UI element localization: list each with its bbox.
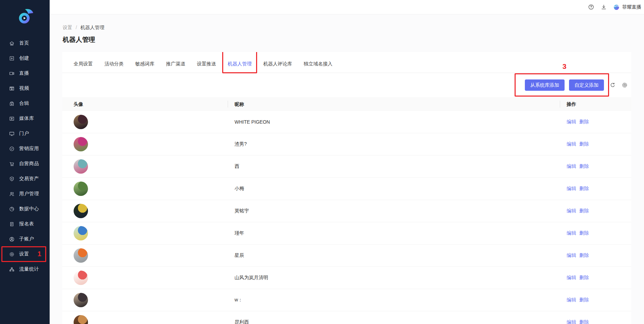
page-title: 机器人管理 [63,35,644,44]
sidebar-item-create[interactable]: 创建 [0,51,50,66]
nickname-cell: 昆利西 [228,319,560,324]
avatar [74,115,88,129]
sidebar-item-user-management[interactable]: 用户管理 [0,186,50,201]
video-icon [9,86,15,91]
annotation-label-1: 1 [37,250,41,258]
sidebar-item-label: 设置 [19,251,29,257]
brand-name: 菲耀直播 [622,4,641,10]
nickname-cell: w： [228,297,560,303]
actions-cell: 编辑删除 [560,163,631,170]
tab-label: 机器人评论库 [263,61,292,66]
sidebar-item-label: 报名表 [19,221,34,227]
edit-link[interactable]: 编辑 [567,163,576,170]
tab-label: 敏感词库 [135,61,154,66]
delete-link[interactable]: 删除 [579,141,589,147]
avatar [74,315,88,324]
sidebar-item-own-products[interactable]: 自营商品 [0,156,50,171]
add-custom-button[interactable]: 自定义添加 [569,79,604,91]
sidebar-item-label: 数据中心 [19,206,39,212]
nickname-cell: 小梅 [228,186,560,192]
delete-link[interactable]: 删除 [579,186,589,192]
tab-activity-category[interactable]: 活动分类 [104,61,124,68]
nickname-cell: 渣男? [228,141,560,147]
delete-link[interactable]: 删除 [579,297,589,303]
sidebar-item-sub-accounts[interactable]: 子账户 [0,232,50,247]
sidebar-item-label: 直播 [19,70,29,76]
edit-link[interactable]: 编辑 [567,186,576,192]
sidebar-item-marketing-apps[interactable]: 营销应用 [0,141,50,156]
sidebar-item-media-library[interactable]: 媒体库 [0,111,50,126]
delete-link[interactable]: 删除 [579,275,589,281]
add-from-system-library-button[interactable]: 从系统库添加 [525,79,565,91]
refresh-icon[interactable] [609,82,616,88]
table-row: 西编辑删除 [62,155,631,178]
sidebar-item-portal[interactable]: 门户 [0,126,50,141]
tab-global-settings[interactable]: 全局设置 [74,61,93,68]
sidebar-item-collection[interactable]: 合辑 [0,96,50,111]
tab-robot-comments[interactable]: 机器人评论库 [263,61,292,68]
sidebar-item-home[interactable]: 首页 [0,36,50,51]
table-row: 山风为岚月清明编辑删除 [62,267,631,289]
users-icon [9,191,15,197]
tab-label: 推广渠道 [166,61,185,66]
actions-cell: 编辑删除 [560,186,631,192]
edit-link[interactable]: 编辑 [567,252,576,259]
sidebar-item-live[interactable]: 直播 [0,66,50,81]
edit-link[interactable]: 编辑 [567,119,576,125]
actions-cell: 编辑删除 [560,275,631,281]
edit-link[interactable]: 编辑 [567,141,576,147]
tab-push-settings[interactable]: 设置推送 [197,61,216,68]
tab-label: 全局设置 [74,61,93,66]
tab-label: 机器人管理 [228,61,252,66]
sidebar-item-video[interactable]: 视频 [0,81,50,96]
media-icon [9,116,15,122]
edit-link[interactable]: 编辑 [567,319,576,324]
table-row: 星辰编辑删除 [62,245,631,267]
sidebar-item-registration-forms[interactable]: 报名表 [0,216,50,232]
delete-link[interactable]: 删除 [579,119,589,125]
breadcrumb: 设置 / 机器人管理 [50,14,644,31]
sidebar-item-trade-assets[interactable]: 交易资产 [0,171,50,186]
avatar-cell [62,159,228,174]
sidebar-item-data-center[interactable]: 数据中心 [0,201,50,216]
edit-link[interactable]: 编辑 [567,275,576,281]
breadcrumb-parent[interactable]: 设置 [63,25,72,30]
sidebar-nav: 首页创建直播视频合辑媒体库门户营销应用自营商品交易资产用户管理数据中心报名表子账… [0,36,50,277]
sidebar-item-settings[interactable]: 设置1 [0,247,50,262]
tab-robot-management[interactable]: 机器人管理2 [228,61,252,68]
nickname-cell: 西 [228,163,560,170]
avatar [74,182,88,196]
edit-link[interactable]: 编辑 [567,230,576,236]
delete-link[interactable]: 删除 [579,163,589,170]
sidebar-item-traffic-stats[interactable]: 流量统计 [0,262,50,277]
edit-link[interactable]: 编辑 [567,208,576,214]
table-body: WHITE PIGEON编辑删除渣男?编辑删除西编辑删除小梅编辑删除莫铭宇编辑删… [62,111,631,324]
tab-sensitive-words[interactable]: 敏感词库 [135,61,154,68]
assets-icon [9,176,15,182]
robots-card: 全局设置活动分类敏感词库推广渠道设置推送机器人管理2机器人评论库独立域名接入 从… [62,52,631,324]
tab-promo-channels[interactable]: 推广渠道 [166,61,185,68]
gear-icon[interactable] [621,82,628,88]
home-icon [9,40,15,46]
avatar [74,159,88,174]
main-content: 设置 / 机器人管理 机器人管理 全局设置活动分类敏感词库推广渠道设置推送机器人… [50,14,644,324]
download-icon[interactable] [601,4,607,10]
table-row: 小梅编辑删除 [62,178,631,200]
table-row: w：编辑删除 [62,289,631,311]
tab-label: 独立域名接入 [304,61,332,66]
avatar-cell [62,137,228,151]
settings-icon [9,251,15,257]
delete-link[interactable]: 删除 [579,252,589,259]
avatar-cell [62,271,228,285]
help-icon[interactable] [588,4,594,10]
delete-link[interactable]: 删除 [579,319,589,324]
delete-link[interactable]: 删除 [579,230,589,236]
avatar [74,293,88,307]
tab-custom-domain[interactable]: 独立域名接入 [304,61,332,68]
avatar-cell [62,115,228,129]
edit-link[interactable]: 编辑 [567,297,576,303]
tab-label: 设置推送 [197,61,216,66]
sidebar-item-label: 创建 [19,55,29,61]
delete-link[interactable]: 删除 [579,208,589,214]
sidebar-item-label: 自营商品 [19,161,39,167]
